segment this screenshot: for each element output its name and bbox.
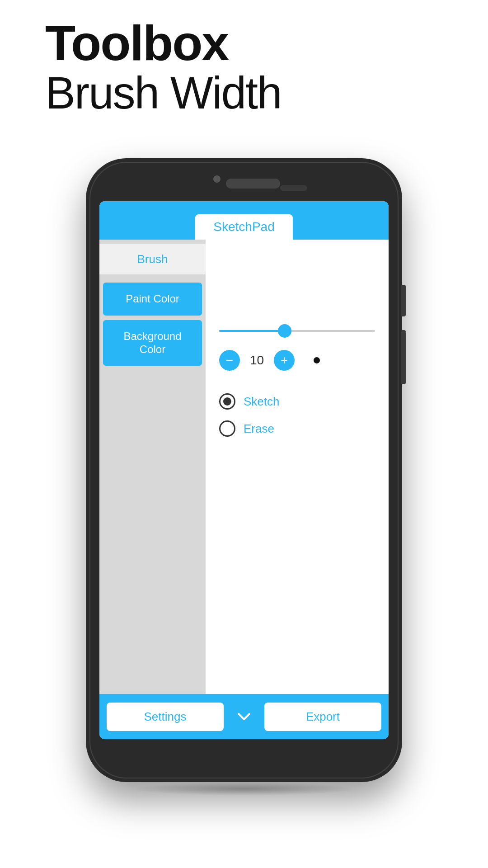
phone-device: SketchPad Brush Paint Color BackgroundCo… bbox=[86, 158, 402, 782]
app-topbar: SketchPad bbox=[99, 201, 389, 240]
app-bottombar: Settings Export bbox=[99, 694, 389, 739]
brush-preview-dot bbox=[314, 357, 320, 363]
brush-width-slider-container[interactable] bbox=[219, 330, 375, 332]
phone-screen: SketchPad Brush Paint Color BackgroundCo… bbox=[99, 201, 389, 739]
header: Toolbox Brush Width bbox=[45, 18, 282, 118]
slider-fill bbox=[219, 330, 285, 332]
plus-icon: + bbox=[281, 353, 288, 368]
settings-button[interactable]: Settings bbox=[107, 703, 224, 731]
sketch-radio-item[interactable]: Sketch bbox=[219, 393, 375, 410]
export-button[interactable]: Export bbox=[264, 703, 381, 731]
counter-value: 10 bbox=[250, 353, 264, 368]
sketch-radio-outer[interactable] bbox=[219, 393, 235, 410]
header-title-bold: Toolbox bbox=[45, 18, 282, 68]
counter-row: − 10 + bbox=[219, 350, 375, 371]
erase-radio-label: Erase bbox=[244, 422, 274, 436]
sidebar: Brush Paint Color BackgroundColor bbox=[99, 240, 206, 694]
phone-camera bbox=[213, 175, 221, 183]
app-title-tab: SketchPad bbox=[195, 214, 292, 240]
slider-thumb[interactable] bbox=[278, 324, 291, 338]
phone-side-button-main bbox=[401, 330, 406, 384]
chevron-down-button[interactable] bbox=[228, 701, 260, 732]
mode-radio-group: Sketch Erase bbox=[219, 393, 375, 437]
minus-icon: − bbox=[226, 353, 233, 368]
app-content: Brush Paint Color BackgroundColor − bbox=[99, 240, 389, 694]
erase-radio-item[interactable]: Erase bbox=[219, 420, 375, 437]
slider-track[interactable] bbox=[219, 330, 375, 332]
background-color-button[interactable]: BackgroundColor bbox=[103, 320, 202, 366]
decrement-button[interactable]: − bbox=[219, 350, 240, 371]
main-panel: − 10 + Sketch bbox=[206, 240, 389, 694]
phone-sensor bbox=[280, 185, 307, 191]
phone-shadow bbox=[131, 782, 357, 796]
chevron-down-icon bbox=[235, 708, 253, 726]
sidebar-brush-tab[interactable]: Brush bbox=[99, 244, 206, 274]
phone-side-button-top bbox=[401, 285, 406, 316]
header-title-light: Brush Width bbox=[45, 68, 282, 118]
increment-button[interactable]: + bbox=[274, 350, 295, 371]
sketch-radio-inner bbox=[223, 397, 231, 406]
erase-radio-outer[interactable] bbox=[219, 420, 235, 437]
paint-color-button[interactable]: Paint Color bbox=[103, 283, 202, 316]
sketch-radio-label: Sketch bbox=[244, 395, 280, 409]
phone-speaker bbox=[226, 179, 280, 189]
